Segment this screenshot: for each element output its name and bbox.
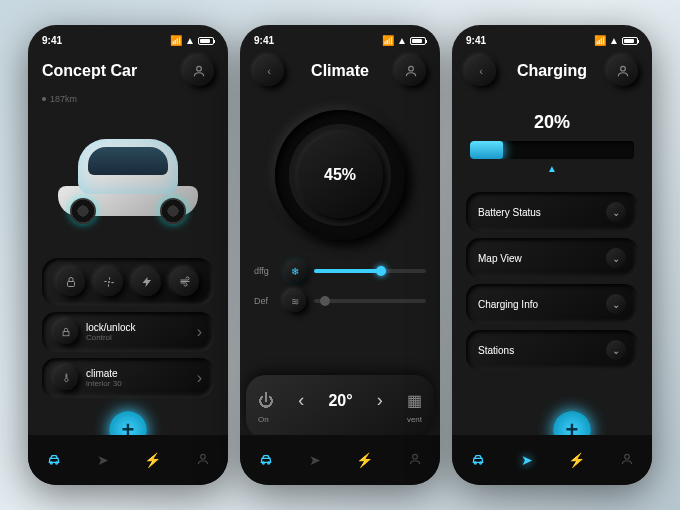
phone-charging: 9:41 📶 ▲ ‹ Charging 20% ▲ Battery Status…: [452, 25, 652, 485]
lock-icon[interactable]: [57, 268, 85, 296]
bolt-icon[interactable]: [133, 268, 161, 296]
accordion-map[interactable]: Map View ⌄: [466, 238, 638, 278]
accordion-label: Charging Info: [478, 299, 538, 310]
panel-right-label: vent: [407, 415, 422, 424]
chevron-left-icon[interactable]: ‹: [298, 390, 304, 411]
temperature-value: 20°: [328, 392, 352, 410]
slider-row-cooling: dffg ❄: [240, 256, 440, 286]
svg-point-13: [621, 66, 626, 71]
accordion-label: Stations: [478, 345, 514, 356]
charge-progress-bar[interactable]: [470, 141, 634, 159]
profile-button[interactable]: [608, 56, 638, 86]
lock-icon: [54, 320, 78, 344]
status-bar: 9:41 📶 ▲: [28, 25, 228, 48]
fan-icon[interactable]: [95, 268, 123, 296]
slider-row-defrost: Def ≋: [240, 286, 440, 316]
chevron-down-icon: ⌄: [606, 202, 626, 222]
row-label: dffg: [254, 266, 276, 276]
svg-point-0: [197, 66, 202, 71]
nav-compass-icon[interactable]: ➤: [309, 452, 321, 468]
accordion-label: Map View: [478, 253, 522, 264]
nav-bolt-icon[interactable]: ⚡: [144, 452, 161, 468]
phone-climate: 9:41 📶 ▲ ‹ Climate 45% dffg ❄ Def ≋: [240, 25, 440, 485]
svg-point-12: [413, 454, 418, 459]
nav-user-icon[interactable]: [408, 452, 422, 469]
wifi-icon: ▲: [397, 35, 407, 46]
bottom-nav: ➤ ⚡: [452, 435, 652, 485]
svg-rect-3: [63, 332, 69, 336]
charge-marker-icon: ▲: [470, 159, 634, 174]
wifi-icon: ▲: [185, 35, 195, 46]
page-title: Concept Car: [42, 62, 137, 80]
thermo-icon: [54, 366, 78, 390]
nav-user-icon[interactable]: [196, 452, 210, 469]
status-time: 9:41: [466, 35, 486, 46]
panel-left-label: On: [258, 415, 269, 424]
airflow-icon[interactable]: [171, 268, 199, 296]
list-label: lock/unlock: [86, 322, 135, 333]
slider-track[interactable]: [314, 299, 426, 303]
quick-actions: [42, 258, 214, 306]
nav-bolt-icon[interactable]: ⚡: [356, 452, 373, 468]
profile-button[interactable]: [184, 56, 214, 86]
page-title: Charging: [517, 62, 587, 80]
bottom-nav: ➤ ⚡: [28, 435, 228, 485]
battery-icon: [622, 37, 638, 45]
snowflake-icon[interactable]: ❄: [284, 260, 306, 282]
climate-dial[interactable]: 45%: [275, 110, 405, 240]
chevron-down-icon: ⌄: [606, 340, 626, 360]
page-title: Climate: [311, 62, 369, 80]
car-hero-image: [28, 104, 228, 254]
wifi-icon: ▲: [609, 35, 619, 46]
svg-point-6: [201, 454, 206, 459]
nav-car-icon[interactable]: [258, 451, 274, 470]
battery-icon: [410, 37, 426, 45]
accordion-label: Battery Status: [478, 207, 541, 218]
nav-bolt-icon[interactable]: ⚡: [568, 452, 585, 468]
list-item-lock[interactable]: lock/unlock Control ›: [42, 312, 214, 352]
defrost-icon[interactable]: ≋: [284, 290, 306, 312]
bottom-nav: ➤ ⚡: [240, 435, 440, 485]
list-sublabel: Control: [86, 333, 135, 342]
signal-icon: 📶: [382, 35, 394, 46]
nav-car-icon[interactable]: [46, 451, 62, 470]
signal-icon: 📶: [170, 35, 182, 46]
list-sublabel: interior 30: [86, 379, 122, 388]
nav-compass-icon[interactable]: ➤: [97, 452, 109, 468]
row-label: Def: [254, 296, 276, 306]
power-icon[interactable]: ⏻: [258, 392, 274, 410]
chevron-down-icon: ⌄: [606, 248, 626, 268]
slider-track[interactable]: [314, 269, 426, 273]
battery-icon: [198, 37, 214, 45]
status-bar: 9:41 📶 ▲: [240, 25, 440, 48]
vent-icon[interactable]: ▦: [407, 391, 422, 410]
list-item-climate[interactable]: climate interior 30 ›: [42, 358, 214, 398]
charge-percent: 20%: [452, 94, 652, 141]
status-time: 9:41: [42, 35, 62, 46]
chevron-right-icon: ›: [197, 323, 202, 341]
svg-point-16: [625, 454, 630, 459]
dial-value: 45%: [324, 166, 356, 184]
nav-car-icon[interactable]: [470, 451, 486, 470]
status-bar: 9:41 📶 ▲: [452, 25, 652, 48]
svg-point-7: [409, 66, 414, 71]
svg-rect-1: [68, 282, 75, 287]
climate-bottom-panel: ⏻ ‹ 20° › ▦ On vent: [246, 375, 434, 439]
status-time: 9:41: [254, 35, 274, 46]
nav-compass-icon[interactable]: ➤: [521, 452, 533, 468]
accordion-battery[interactable]: Battery Status ⌄: [466, 192, 638, 232]
back-button[interactable]: ‹: [254, 56, 284, 86]
svg-point-2: [108, 281, 110, 283]
accordion-stations[interactable]: Stations ⌄: [466, 330, 638, 370]
back-button[interactable]: ‹: [466, 56, 496, 86]
chevron-right-icon: ›: [197, 369, 202, 387]
list-label: climate: [86, 368, 122, 379]
chevron-right-icon[interactable]: ›: [377, 390, 383, 411]
nav-user-icon[interactable]: [620, 452, 634, 469]
signal-icon: 📶: [594, 35, 606, 46]
phone-home: 9:41 📶 ▲ Concept Car 187km: [28, 25, 228, 485]
chevron-down-icon: ⌄: [606, 294, 626, 314]
accordion-info[interactable]: Charging Info ⌄: [466, 284, 638, 324]
profile-button[interactable]: [396, 56, 426, 86]
range-text: 187km: [50, 94, 77, 104]
